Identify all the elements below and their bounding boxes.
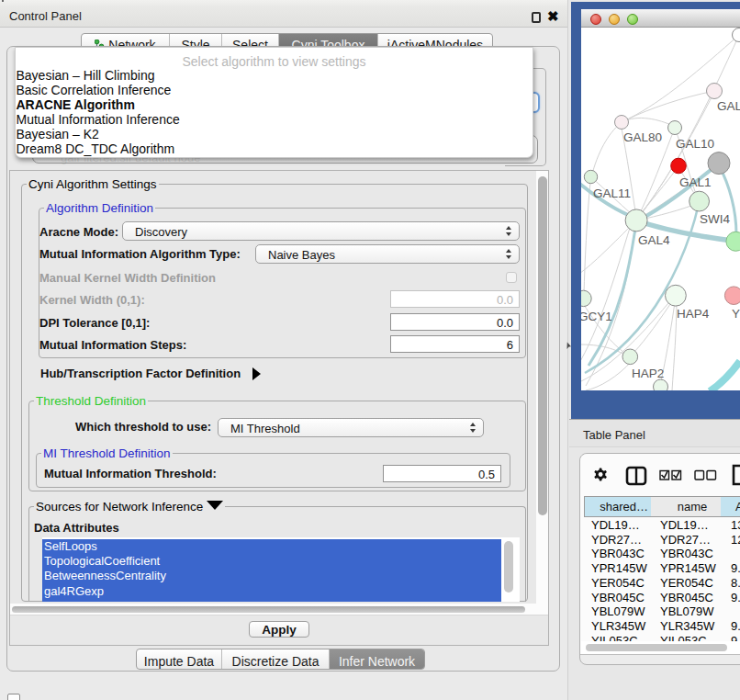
svg-text:GAL80: GAL80 xyxy=(623,130,662,144)
svg-text:SWI4: SWI4 xyxy=(700,212,730,226)
svg-text:GCY1: GCY1 xyxy=(581,310,612,323)
svg-text:Y: Y xyxy=(732,307,740,321)
svg-text:HAP2: HAP2 xyxy=(632,367,664,380)
svg-text:HAP4: HAP4 xyxy=(677,307,710,321)
svg-text:GAL2: GAL2 xyxy=(717,99,740,113)
svg-text:GAL11: GAL11 xyxy=(593,186,631,200)
svg-text:GAL10: GAL10 xyxy=(676,137,714,151)
svg-text:GAL4: GAL4 xyxy=(638,233,670,247)
svg-text:GAL1: GAL1 xyxy=(679,175,712,189)
